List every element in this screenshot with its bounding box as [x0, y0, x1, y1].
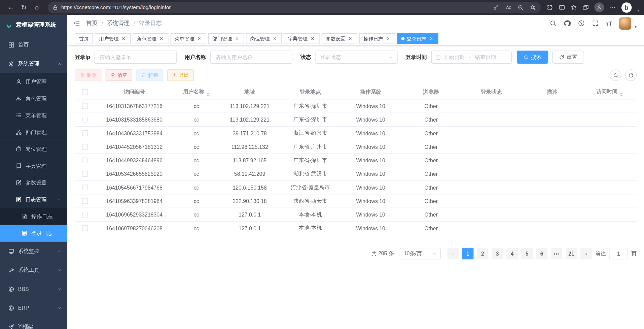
avatar-caret-icon[interactable]: ▾	[635, 25, 637, 29]
select-all-checkbox[interactable]	[82, 89, 88, 95]
tab-close-icon[interactable]: ×	[348, 36, 353, 41]
reset-button[interactable]: 重置	[552, 51, 584, 64]
page-button-1[interactable]: 1	[462, 248, 473, 259]
user-avatar[interactable]	[619, 17, 632, 30]
tab-user-management[interactable]: 用户管理×	[95, 33, 131, 44]
browser-home-icon[interactable]: ⌂	[30, 2, 43, 13]
collections-icon[interactable]	[582, 4, 589, 11]
page-button-3[interactable]: 3	[492, 248, 503, 259]
sidebar-item-post-management[interactable]: 岗位管理	[0, 140, 67, 157]
github-icon[interactable]	[564, 20, 571, 27]
next-page-button[interactable]: ›	[580, 248, 592, 259]
login-ip-input[interactable]	[94, 51, 176, 64]
tab-login-log[interactable]: 登录日志×	[397, 33, 438, 44]
sidebar-item-menu-management[interactable]: 菜单管理	[0, 107, 67, 124]
sidebar-item-user-management[interactable]: 用户管理	[0, 73, 67, 90]
sidebar-item-dept-management[interactable]: 部门管理	[0, 124, 67, 140]
url-bar[interactable]: https://ccnetcore.com:1101/system/log/lo…	[48, 2, 541, 13]
start-date-placeholder[interactable]: 开始日期	[443, 54, 465, 61]
table-row[interactable]: 1641031367863177216 cc 113.102.129.221 广…	[75, 99, 637, 113]
sort-icon[interactable]	[619, 92, 623, 96]
bing-caret-icon[interactable]: ▾	[638, 9, 639, 12]
tab-close-icon[interactable]: ×	[428, 36, 434, 41]
toggle-search-button[interactable]	[610, 69, 621, 81]
table-row[interactable]: 1641043063331753984 cc 39.171.210.78 浙江省…	[75, 127, 637, 140]
column-time[interactable]: 访问时间	[582, 88, 637, 97]
row-checkbox[interactable]	[82, 103, 88, 109]
unlock-button[interactable]: 解锁	[136, 69, 163, 81]
split-screen-icon[interactable]	[559, 4, 565, 11]
table-row[interactable]: 1641044520567181312 cc 112.96.225.132 广东…	[75, 140, 637, 154]
row-checkbox[interactable]	[82, 117, 88, 123]
sidebar-item-login-log[interactable]: 登录日志	[0, 225, 67, 242]
row-checkbox[interactable]	[82, 158, 88, 163]
table-row[interactable]: 1641044993248464896 cc 113.87.92.165 广东省…	[75, 154, 637, 167]
prev-page-button[interactable]: ‹	[447, 248, 459, 259]
refresh-table-button[interactable]	[625, 69, 637, 81]
password-key-icon[interactable]	[493, 4, 499, 10]
tab-close-icon[interactable]: ×	[385, 36, 391, 41]
table-row[interactable]: 1641069652933218304 cc 127.0.0.1 本地-本机 W…	[75, 208, 637, 222]
status-select[interactable]: 登录状态	[315, 51, 397, 64]
tab-close-icon[interactable]: ×	[121, 36, 127, 41]
tab-close-icon[interactable]: ×	[158, 36, 164, 41]
tab-close-icon[interactable]: ×	[272, 36, 278, 41]
tab-close-icon[interactable]: ×	[310, 36, 315, 41]
table-row[interactable]: 1641059633978281984 cc 222.90.130.18 陕西省…	[75, 194, 637, 208]
fullscreen-icon[interactable]	[592, 20, 599, 27]
font-size-icon[interactable]: тT	[606, 20, 612, 27]
zoom-out-icon[interactable]	[517, 4, 524, 10]
more-pages-icon[interactable]: •••	[551, 248, 562, 259]
delete-button[interactable]: 删除	[75, 69, 101, 81]
table-row[interactable]: 1641069798270046208 cc 127.0.0.1 本地-本机 W…	[75, 222, 637, 235]
browser-settings-more-icon[interactable]	[609, 4, 616, 11]
page-size-select[interactable]: 10条/页	[400, 248, 441, 259]
favorites-icon[interactable]	[571, 4, 577, 11]
tab-param-settings[interactable]: 参数设置×	[322, 33, 357, 44]
tab-close-icon[interactable]: ×	[234, 36, 240, 41]
breadcrumb-system[interactable]: 系统管理	[107, 20, 130, 27]
sidebar-item-operation-log[interactable]: 操作日志	[0, 208, 67, 225]
row-checkbox[interactable]	[82, 171, 88, 177]
sidebar-item-dashboard[interactable]: 首页	[0, 35, 67, 54]
sidebar-collapse-icon[interactable]	[73, 20, 80, 27]
sidebar-item-bbs[interactable]: BBS	[0, 279, 67, 298]
end-date-placeholder[interactable]: 结束日期	[475, 54, 496, 61]
sidebar-item-system-management[interactable]: 系统管理	[0, 54, 67, 73]
browser-reload-icon[interactable]: ↻	[17, 2, 30, 13]
sidebar-item-dict-management[interactable]: 字典管理	[0, 158, 67, 174]
browser-profile-avatar[interactable]	[594, 2, 604, 12]
sidebar-item-system-tools[interactable]: 系统工具	[0, 261, 67, 279]
row-checkbox[interactable]	[82, 185, 88, 190]
sidebar-item-role-management[interactable]: 角色管理	[0, 90, 67, 107]
sort-icon[interactable]	[206, 92, 210, 96]
sidebar-item-system-monitor[interactable]: 系统监控	[0, 242, 67, 261]
page-button-5[interactable]: 5	[521, 248, 533, 259]
tab-role-management[interactable]: 角色管理×	[133, 33, 168, 44]
page-button-21[interactable]: 21	[566, 248, 577, 259]
row-checkbox[interactable]	[82, 198, 88, 204]
header-search-icon[interactable]	[549, 20, 557, 27]
breadcrumb-home[interactable]: 首页	[86, 20, 98, 27]
page-button-6[interactable]: 6	[536, 248, 547, 259]
row-checkbox[interactable]	[82, 225, 88, 231]
row-checkbox[interactable]	[82, 130, 88, 136]
tab-dept-management[interactable]: 部门管理×	[208, 33, 244, 44]
add-favorite-icon[interactable]	[530, 4, 536, 10]
column-user-name[interactable]: 用户名称	[173, 88, 219, 97]
user-name-input[interactable]	[210, 51, 292, 64]
date-range-picker[interactable]: 开始日期 - 结束日期	[431, 51, 511, 64]
tab-home[interactable]: 首页	[75, 33, 93, 44]
table-row[interactable]: 1641031533185863680 cc 113.102.129.221 广…	[75, 113, 637, 127]
tab-operation-log[interactable]: 操作日志×	[359, 33, 395, 44]
browser-back-icon[interactable]: ←	[4, 2, 17, 13]
table-row[interactable]: 1641054566717984768 cc 120.6.150.158 河北省…	[75, 181, 637, 194]
help-icon[interactable]	[578, 20, 585, 27]
tab-post-management[interactable]: 岗位管理×	[246, 33, 282, 44]
search-button[interactable]: 搜索	[516, 51, 548, 64]
sidebar-item-yi-framework[interactable]: Yi框架	[0, 317, 67, 329]
goto-page-input[interactable]	[609, 248, 628, 259]
row-checkbox[interactable]	[82, 144, 88, 150]
clear-button[interactable]: 清空	[106, 69, 132, 81]
page-button-4[interactable]: 4	[506, 248, 518, 259]
